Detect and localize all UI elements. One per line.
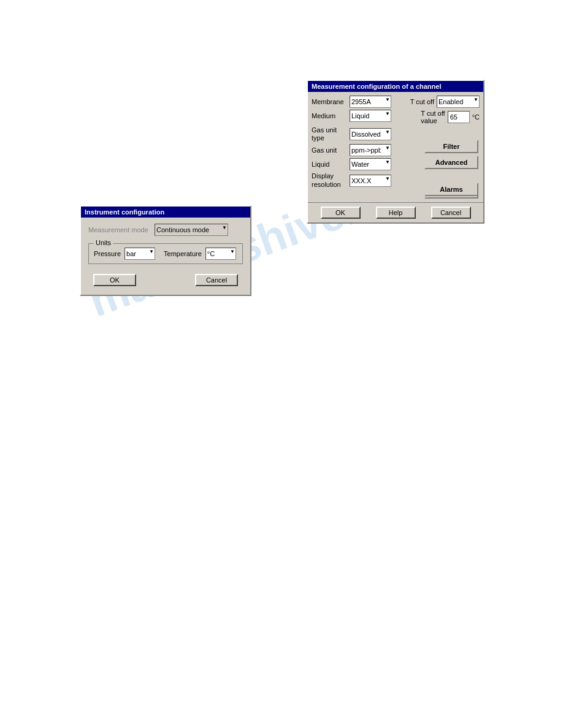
inst-dialog-bottom: OK Cancel — [88, 271, 243, 289]
gas-unit-type-select[interactable]: Dissolved — [350, 128, 391, 140]
temperature-select[interactable]: °C — [205, 248, 236, 260]
units-group: Units Pressure bar Temperature °C — [88, 243, 243, 264]
tcut-off-value-input[interactable] — [448, 111, 470, 123]
meas-ok-button[interactable]: OK — [321, 207, 361, 219]
measurement-mode-select[interactable]: Continuous mode — [155, 224, 228, 236]
temperature-select-wrapper: °C — [205, 248, 236, 260]
temperature-label: Temperature — [164, 250, 202, 257]
membrane-label: Membrane — [312, 98, 347, 105]
gas-unit-label: Gas unit — [312, 146, 347, 154]
medium-label: Medium — [312, 112, 347, 119]
measurement-config-dialog: Measurement configuration of a channel M… — [307, 80, 484, 224]
units-row: Pressure bar Temperature °C — [94, 248, 237, 260]
liquid-select[interactable]: Water — [350, 158, 391, 170]
display-res-select[interactable]: XXX.X — [350, 175, 391, 187]
meas-dialog-bottom-bar: OK Help Cancel — [308, 202, 483, 222]
medium-select[interactable]: Liquid — [350, 110, 391, 122]
tcut-unit: °C — [472, 113, 480, 121]
measurement-mode-row: Measurement mode Continuous mode — [88, 224, 243, 236]
measurement-mode-select-wrapper: Continuous mode — [155, 224, 228, 236]
filter-button[interactable]: Filter — [424, 140, 478, 153]
inst-cancel-button[interactable]: Cancel — [195, 274, 238, 286]
gas-unit-select-wrapper: ppm->ppb — [350, 144, 391, 156]
inst-dialog-title: Instrument configuration — [81, 207, 250, 218]
pressure-label: Pressure — [94, 250, 121, 257]
pressure-select-wrapper: bar — [124, 248, 155, 260]
pressure-select[interactable]: bar — [124, 248, 155, 260]
liquid-select-wrapper: Water — [350, 158, 391, 170]
medium-select-wrapper: Liquid — [350, 110, 391, 122]
display-res-select-wrapper: XXX.X — [350, 175, 391, 187]
display-res-label: Displayresolution — [312, 172, 347, 188]
tcut-off-label: T cut off — [410, 98, 434, 105]
membrane-select-wrapper: 2955A — [350, 96, 391, 108]
membrane-select[interactable]: 2955A — [350, 96, 391, 108]
alarms-button[interactable]: Alarms — [424, 183, 478, 196]
gas-unit-type-select-wrapper: Dissolved — [350, 128, 391, 140]
gas-unit-type-label: Gas unittype — [312, 126, 347, 142]
tcut-off-select-wrapper: Enabled — [437, 96, 480, 108]
meas-dialog-title: Measurement configuration of a channel — [308, 81, 483, 92]
instrument-config-dialog: Instrument configuration Measurement mod… — [80, 205, 251, 296]
inst-ok-button[interactable]: OK — [93, 274, 136, 286]
tcut-off-value-label: T cut offvalue — [421, 110, 445, 124]
units-legend: Units — [94, 239, 113, 246]
gas-unit-select[interactable]: ppm->ppb — [350, 144, 391, 156]
advanced-button[interactable]: Advanced — [424, 156, 478, 169]
tcut-off-select[interactable]: Enabled — [437, 96, 480, 108]
meas-cancel-button[interactable]: Cancel — [431, 207, 471, 219]
liquid-label: Liquid — [312, 161, 347, 168]
measurement-mode-label: Measurement mode — [88, 226, 150, 233]
meas-help-button[interactable]: Help — [376, 207, 416, 219]
